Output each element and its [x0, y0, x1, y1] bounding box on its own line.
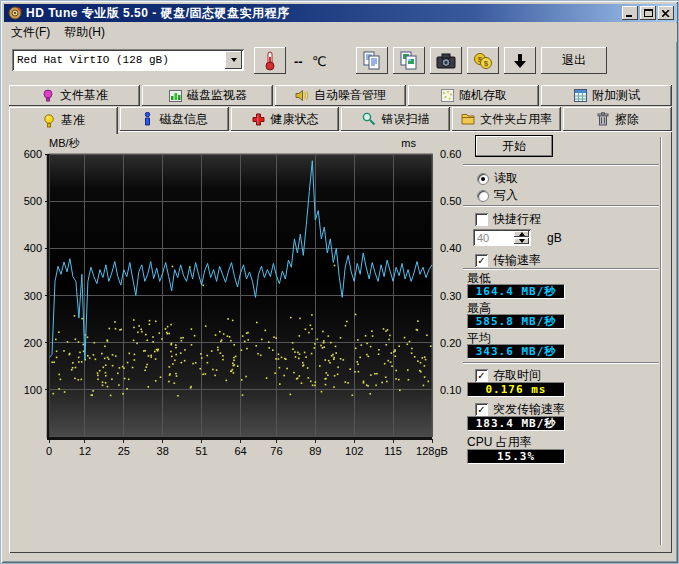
- separator: [463, 362, 659, 364]
- min-value-display: 164.4 MB/秒: [467, 284, 565, 299]
- tab-disk-info[interactable]: 磁盘信息: [120, 107, 229, 131]
- drive-select-value: Red Hat VirtIO (128 gB): [12, 54, 225, 66]
- checkbox-checked-icon: ✓: [475, 403, 488, 416]
- svg-text:12: 12: [79, 445, 91, 457]
- shortstroke-checkbox[interactable]: 快捷行程: [475, 211, 541, 228]
- tab-row-primary: 基准 磁盘信息 健康状态 错误扫描 文件夹占用率: [9, 107, 672, 131]
- svg-text:$: $: [484, 59, 489, 68]
- start-button[interactable]: 开始: [475, 135, 553, 157]
- hdtune-window: HD Tune 专业版 5.50 - 硬盘/固态硬盘实用程序 文件(F) 帮助(…: [0, 0, 679, 564]
- svg-text:200: 200: [24, 337, 42, 349]
- exit-button[interactable]: 退出: [541, 47, 607, 74]
- title-bar[interactable]: HD Tune 专业版 5.50 - 硬盘/固态硬盘实用程序: [4, 4, 677, 22]
- svg-text:400: 400: [24, 242, 42, 254]
- tab-erase[interactable]: 擦除: [563, 107, 672, 131]
- svg-text:64: 64: [234, 445, 246, 457]
- donate-icon: $ $: [473, 51, 493, 71]
- radio-unselected-icon: [477, 190, 489, 202]
- svg-text:89: 89: [309, 445, 321, 457]
- copy-image-icon: [399, 51, 419, 71]
- camera-icon: [436, 52, 456, 70]
- random-access-icon: [440, 89, 454, 103]
- tab-error-scan[interactable]: 错误扫描: [341, 107, 450, 131]
- toolbar: Red Hat VirtIO (128 gB) -- ℃: [4, 42, 677, 80]
- checkbox-checked-icon: ✓: [475, 254, 488, 267]
- health-cross-icon: [252, 112, 266, 126]
- radio-selected-icon: [477, 173, 489, 185]
- copy-image-button[interactable]: [393, 47, 425, 74]
- spin-up-icon[interactable]: [514, 231, 529, 237]
- tab-extra-tests[interactable]: 附加测试: [541, 85, 672, 106]
- temperature-value: --: [294, 54, 303, 69]
- svg-text:0.50: 0.50: [440, 195, 461, 207]
- tab-row-secondary: 文件基准 磁盘监视器 自动噪音管理 随机存取 附加测试: [9, 85, 672, 106]
- svg-text:51: 51: [195, 445, 207, 457]
- copy-report-icon: [362, 51, 382, 71]
- tab-benchmark[interactable]: 基准: [9, 107, 118, 134]
- svg-text:100: 100: [24, 384, 42, 396]
- max-value-display: 585.8 MB/秒: [467, 314, 565, 329]
- disk-info-icon: [141, 112, 155, 126]
- thermometer-icon: [261, 50, 279, 72]
- svg-text:0.20: 0.20: [440, 337, 461, 349]
- download-icon: [511, 52, 529, 70]
- burst-rate-display: 183.4 MB/秒: [467, 416, 565, 431]
- tab-health[interactable]: 健康状态: [231, 107, 340, 131]
- aam-speaker-icon: [295, 89, 309, 103]
- separator: [463, 205, 659, 207]
- svg-text:0.60: 0.60: [440, 148, 461, 160]
- error-scan-icon: [362, 112, 376, 126]
- svg-text:300: 300: [24, 290, 42, 302]
- folder-usage-icon: [461, 112, 475, 126]
- svg-text:0.30: 0.30: [440, 290, 461, 302]
- menu-bar: 文件(F) 帮助(H): [4, 23, 677, 42]
- transfer-rate-checkbox[interactable]: ✓ 传输速率: [475, 252, 541, 269]
- svg-text:115: 115: [384, 445, 402, 457]
- chevron-down-icon[interactable]: [225, 51, 242, 69]
- maximize-button[interactable]: [640, 6, 656, 20]
- save-results-button[interactable]: [504, 47, 536, 74]
- write-radio[interactable]: 写入: [477, 187, 518, 204]
- svg-text:102: 102: [345, 445, 363, 457]
- read-radio[interactable]: 读取: [477, 170, 518, 187]
- window-title: HD Tune 专业版 5.50 - 硬盘/固态硬盘实用程序: [26, 5, 289, 22]
- shortstroke-unit-label: gB: [547, 231, 562, 245]
- extra-tests-icon: [573, 89, 587, 103]
- tab-folder-usage[interactable]: 文件夹占用率: [452, 107, 561, 131]
- copy-report-button[interactable]: [356, 47, 388, 74]
- spin-down-icon[interactable]: [514, 238, 529, 244]
- tab-random-access[interactable]: 随机存取: [408, 85, 539, 106]
- menu-help[interactable]: 帮助(H): [57, 22, 112, 43]
- svg-text:0.10: 0.10: [440, 384, 461, 396]
- tab-disk-monitor[interactable]: 磁盘监视器: [142, 85, 273, 106]
- access-time-display: 0.176 ms: [467, 382, 565, 397]
- erase-trash-icon: [596, 112, 610, 126]
- svg-text:600: 600: [24, 148, 42, 160]
- tab-aam[interactable]: 自动噪音管理: [275, 85, 406, 106]
- svg-text:128gB: 128gB: [416, 445, 448, 457]
- file-benchmark-icon: [41, 89, 55, 103]
- app-icon: [8, 6, 22, 20]
- right-panel-divider: [660, 137, 662, 545]
- close-button[interactable]: [658, 6, 674, 20]
- tab-file-benchmark[interactable]: 文件基准: [9, 85, 140, 106]
- temperature-unit: ℃: [312, 54, 327, 69]
- minimize-button[interactable]: [622, 6, 638, 20]
- disk-monitor-icon: [168, 89, 182, 103]
- avg-value-display: 343.6 MB/秒: [467, 344, 565, 359]
- svg-text:0.40: 0.40: [440, 242, 461, 254]
- checkbox-unchecked-icon: [475, 213, 488, 226]
- cpu-usage-display: 15.3%: [467, 449, 565, 464]
- screenshot-button[interactable]: [430, 47, 462, 74]
- menu-file[interactable]: 文件(F): [4, 22, 57, 43]
- checkbox-checked-icon: ✓: [475, 369, 488, 382]
- svg-text:500: 500: [24, 195, 42, 207]
- svg-text:0: 0: [46, 445, 52, 457]
- temperature-button[interactable]: [254, 47, 286, 74]
- separator: [463, 268, 659, 270]
- benchmark-bulb-icon: [42, 114, 56, 128]
- drive-select[interactable]: Red Hat VirtIO (128 gB): [12, 49, 244, 71]
- donate-button[interactable]: $ $: [467, 47, 499, 74]
- shortstroke-size-spinner[interactable]: 40: [473, 229, 531, 246]
- svg-text:76: 76: [270, 445, 282, 457]
